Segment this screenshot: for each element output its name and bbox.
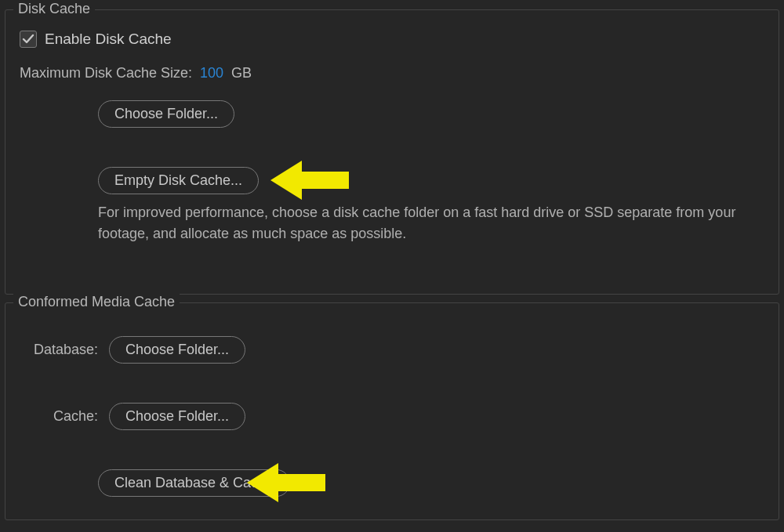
conformed-media-title: Conformed Media Cache [13,294,180,310]
cache-choose-folder-button[interactable]: Choose Folder... [109,403,245,430]
empty-disk-cache-button[interactable]: Empty Disk Cache... [98,167,259,194]
clean-database-cache-button[interactable]: Clean Database & Cache [98,469,290,497]
max-cache-size-unit: GB [231,65,252,81]
choose-folder-button[interactable]: Choose Folder... [98,100,234,128]
conformed-media-section: Conformed Media Cache Database: Choose F… [5,302,779,520]
disk-cache-title: Disk Cache [13,1,95,17]
database-label: Database: [20,342,98,358]
enable-disk-cache-row: Enable Disk Cache [20,31,764,48]
svg-marker-0 [270,161,349,200]
cache-label: Cache: [20,408,98,425]
checkmark-icon [22,33,34,45]
max-cache-size-label: Maximum Disk Cache Size: [20,65,192,81]
enable-disk-cache-checkbox[interactable] [20,31,37,48]
disk-cache-help-text: For improved performance, choose a disk … [98,202,749,244]
max-cache-size-row: Maximum Disk Cache Size: 100 GB [20,65,764,81]
database-row: Database: Choose Folder... [20,336,764,364]
enable-disk-cache-label: Enable Disk Cache [45,31,172,48]
max-cache-size-value[interactable]: 100 [200,65,223,81]
disk-cache-section: Disk Cache Enable Disk Cache Maximum Dis… [5,9,779,295]
cache-row: Cache: Choose Folder... [20,403,764,430]
database-choose-folder-button[interactable]: Choose Folder... [109,336,245,364]
